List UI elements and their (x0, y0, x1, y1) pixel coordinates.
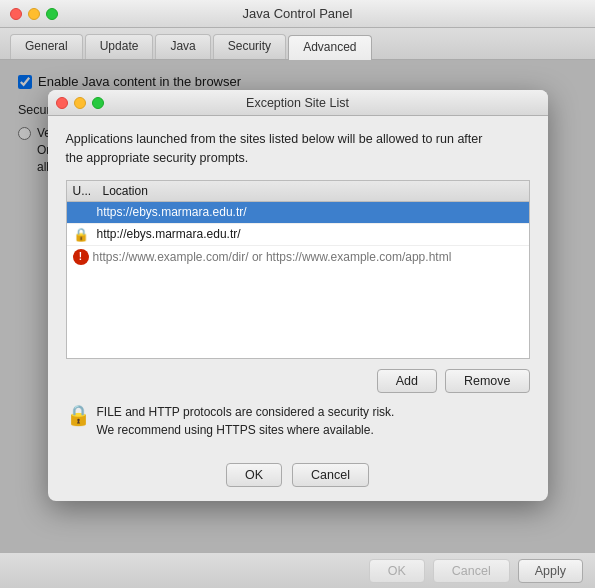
col-header-u: U... (73, 184, 103, 198)
new-site-input[interactable] (93, 250, 523, 264)
warning-text: FILE and HTTP protocols are considered a… (97, 403, 395, 439)
table-row[interactable]: https://ebys.marmara.edu.tr/ (67, 202, 529, 224)
minimize-button[interactable] (28, 8, 40, 20)
warning-lock-icon: 🔒 (66, 403, 91, 427)
add-button[interactable]: Add (377, 369, 437, 393)
dialog-description: Applications launched from the sites lis… (66, 130, 530, 168)
main-content: Enable Java content in the browser Secur… (0, 60, 595, 584)
dialog-maximize-button[interactable] (92, 97, 104, 109)
remove-button[interactable]: Remove (445, 369, 530, 393)
warning-row: 🔒 FILE and HTTP protocols are considered… (66, 403, 530, 439)
maximize-button[interactable] (46, 8, 58, 20)
error-icon: ! (73, 249, 89, 265)
footer-cancel-button: Cancel (433, 559, 510, 583)
tab-update[interactable]: Update (85, 34, 154, 59)
tab-advanced[interactable]: Advanced (288, 35, 371, 60)
table-row[interactable]: 🔒 http://ebys.marmara.edu.tr/ (67, 224, 529, 246)
col-header-location: Location (103, 184, 523, 198)
row-url-1: https://ebys.marmara.edu.tr/ (97, 205, 523, 219)
dialog-title-bar: Exception Site List (48, 90, 548, 116)
dialog-footer: OK Cancel (48, 463, 548, 501)
add-remove-buttons: Add Remove (66, 369, 530, 393)
tab-general[interactable]: General (10, 34, 83, 59)
table-empty-area (67, 268, 529, 358)
main-footer: OK Cancel Apply (0, 552, 595, 588)
tab-java[interactable]: Java (155, 34, 210, 59)
tab-bar: General Update Java Security Advanced (0, 28, 595, 60)
close-button[interactable] (10, 8, 22, 20)
footer-apply-button[interactable]: Apply (518, 559, 583, 583)
dialog-minimize-button[interactable] (74, 97, 86, 109)
dialog-cancel-button[interactable]: Cancel (292, 463, 369, 487)
window-title: Java Control Panel (243, 6, 353, 21)
dialog-ok-button[interactable]: OK (226, 463, 282, 487)
row-url-2: http://ebys.marmara.edu.tr/ (97, 227, 523, 241)
footer-ok-button: OK (369, 559, 425, 583)
traffic-lights (10, 8, 58, 20)
table-header: U... Location (67, 181, 529, 202)
tab-security[interactable]: Security (213, 34, 286, 59)
dialog-close-button[interactable] (56, 97, 68, 109)
dialog-traffic-lights (56, 97, 104, 109)
lock-icon: 🔒 (73, 227, 97, 242)
dialog-title: Exception Site List (246, 96, 349, 110)
dialog-overlay: Exception Site List Applications launche… (0, 60, 595, 584)
exception-site-dialog: Exception Site List Applications launche… (48, 90, 548, 501)
title-bar: Java Control Panel (0, 0, 595, 28)
exception-site-table: U... Location https://ebys.marmara.edu.t… (66, 180, 530, 359)
table-input-row: ! (67, 246, 529, 268)
dialog-body: Applications launched from the sites lis… (48, 116, 548, 463)
